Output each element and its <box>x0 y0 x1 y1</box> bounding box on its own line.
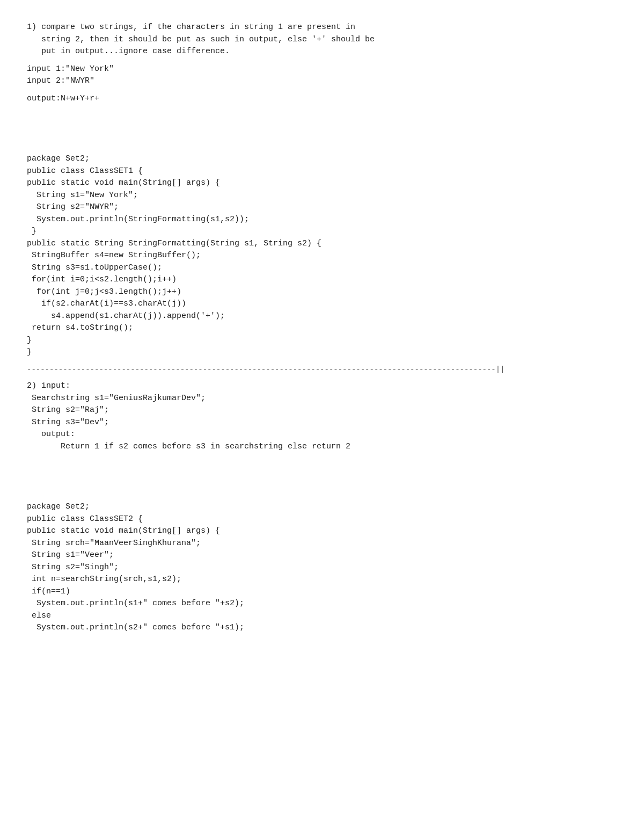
code-block-1: package Set2; public class ClassSET1 { p… <box>27 153 617 359</box>
problem1-output: output:N+w+Y+r+ <box>27 93 617 105</box>
problem1-inputs: input 1:"New York" input 2:"NWYR" <box>27 63 617 88</box>
spacer1 <box>27 110 617 153</box>
spacer2 <box>27 458 617 501</box>
divider-line: ----------------------------------------… <box>27 364 617 376</box>
code-block-2: package Set2; public class ClassSET2 { p… <box>27 501 617 634</box>
problem2-description: 2) input: Searchstring s1="GeniusRajkuma… <box>27 380 617 453</box>
problem1-description: 1) compare two strings, if the character… <box>27 21 617 58</box>
page-container: 1) compare two strings, if the character… <box>27 21 617 634</box>
divider-text: ----------------------------------------… <box>27 365 505 374</box>
problem1-input2: input 2:"NWYR" <box>27 75 617 88</box>
problem1-output-text: output:N+w+Y+r+ <box>27 93 617 105</box>
problem1-input1: input 1:"New York" <box>27 63 617 76</box>
